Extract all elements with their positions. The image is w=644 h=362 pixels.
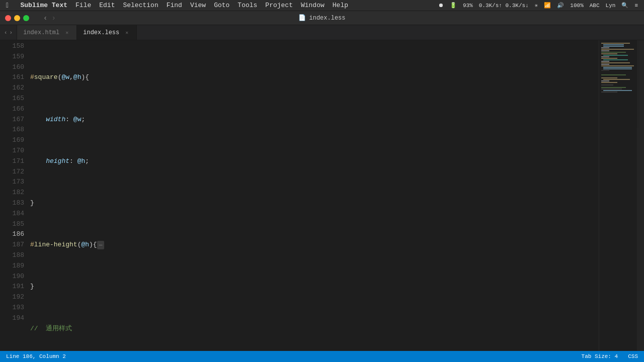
menu-window[interactable]: Window [301,2,325,9]
ln-171: 171 [2,156,24,167]
ln-184: 184 [2,209,24,219]
maximize-button[interactable] [23,15,29,21]
ln-186: 186 [2,229,24,240]
menu-find[interactable]: Find [167,2,182,9]
volume-icon: 🔊 [557,2,564,9]
ln-189: 189 [2,261,24,272]
user-name: Lyn [606,3,616,9]
ln-183: 183 [2,198,24,209]
ln-159: 159 [2,52,24,62]
battery-icon: 🔋 [450,2,457,9]
menu-project[interactable]: Project [265,2,293,9]
minimap [599,40,644,362]
statusbar-right: Tab Size: 4 CSS [582,353,638,359]
control-icon: ≡ [634,3,638,9]
ln-162: 162 [2,83,24,94]
statusbar: Line 186, Column 2 Tab Size: 4 CSS [0,351,644,362]
code-text: # [30,72,34,83]
status-syntax[interactable]: CSS [628,353,638,359]
menu-selection[interactable]: Selection [123,2,158,9]
tab-nav: ‹ › [0,25,17,40]
ln-187: 187 [2,240,24,250]
bluetooth-icon: ✳ [535,2,538,9]
minimap-content [599,40,644,362]
file-icon: 📄 [298,14,306,22]
code-line-166: // 通用样式 [26,324,599,334]
record-icon: ⏺ [438,2,444,9]
tab-html-label: index.html [23,29,59,36]
ln-170: 170 [2,146,24,156]
apple-logo-icon[interactable]:  [6,2,10,10]
code-line-159: width: @w; [26,115,599,125]
menu-view[interactable]: View [190,2,206,9]
tab-less-label: index.less [83,29,119,36]
editor[interactable]: 158 159 160 161 162 165 166 167 168 169 … [0,40,644,362]
titlebar: ‹ › 📄 index.less [0,11,644,25]
ln-190: 190 [2,272,24,282]
tabbar: ‹ › index.html ✕ index.less ✕ [0,25,644,40]
tab-nav-right[interactable]: › [10,30,13,36]
minimap-scrollbar[interactable] [637,40,644,362]
ln-168: 168 [2,125,24,135]
keyboard-icon: ABC [590,3,600,9]
tab-nav-left[interactable]: ‹ [4,30,8,36]
code-line-165: } [26,282,599,292]
wifi-icon: 📶 [544,2,551,9]
main-layout: 158 159 160 161 162 165 166 167 168 169 … [0,40,644,362]
ln-182: 182 [2,188,24,198]
ln-167: 167 [2,115,24,125]
tab-html-close[interactable]: ✕ [63,29,70,36]
status-tab-size[interactable]: Tab Size: 4 [582,353,618,359]
status-line-col: Line 186, Column 2 [6,353,66,359]
menu-file[interactable]: File [75,2,91,9]
code-line-158: #square(@w,@h){ [26,72,599,83]
wifi-strength: 93% [463,3,473,9]
search-icon[interactable]: 🔍 [621,2,628,9]
minimize-button[interactable] [14,15,20,21]
traffic-lights [5,15,29,21]
menu-goto[interactable]: Goto [214,2,229,9]
mac-menubar:  Sublime Text File Edit Selection Find … [0,0,644,11]
battery-percent: 100% [570,3,583,9]
code-line-162: #line-height(@h){― [26,240,599,250]
ln-191: 191 [2,282,24,292]
close-button[interactable] [5,15,11,21]
ln-161: 161 [2,72,24,83]
ln-169: 169 [2,135,24,146]
menu-edit[interactable]: Edit [99,2,115,9]
menu-tools[interactable]: Tools [237,2,257,9]
nav-forward-icon[interactable]: › [51,14,55,22]
ln-188: 188 [2,250,24,261]
tab-less-close[interactable]: ✕ [123,29,130,36]
code-line-160: height: @h; [26,156,599,167]
ln-173: 173 [2,177,24,188]
ln-185: 185 [2,219,24,230]
ln-192: 192 [2,292,24,303]
tab-less[interactable]: index.less ✕ [77,25,137,40]
ln-160: 160 [2,62,24,73]
line-numbers: 158 159 160 161 162 165 166 167 168 169 … [0,40,26,362]
ln-193: 193 [2,303,24,313]
code-line-161: } [26,198,599,209]
nav-back-icon[interactable]: ‹ [43,14,47,22]
ln-172: 172 [2,167,24,177]
ln-165: 165 [2,94,24,104]
ln-194: 194 [2,313,24,324]
window-title: 📄 index.less [298,14,345,22]
app-name-menu[interactable]: Sublime Text [20,2,67,9]
tab-html[interactable]: index.html ✕ [17,25,77,40]
network-speed: 0.3K/s↑ 0.3K/s↓ [479,3,529,9]
ln-166: 166 [2,104,24,115]
ln-158: 158 [2,41,24,52]
menu-help[interactable]: Help [333,2,348,9]
code-area[interactable]: #square(@w,@h){ width: @w; height: @h; }… [26,40,599,362]
